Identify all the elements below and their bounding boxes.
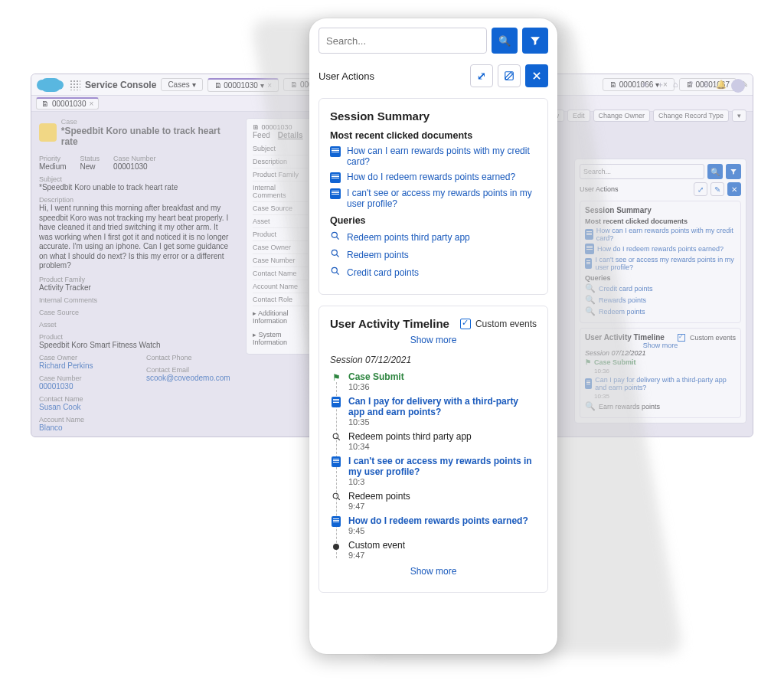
document-icon xyxy=(330,188,341,199)
mini-filter-button[interactable] xyxy=(726,164,741,179)
case-highlight-panel: Case *Speedbit Koro unable to track hear… xyxy=(31,112,238,431)
close-button[interactable] xyxy=(525,64,548,87)
checkbox-icon xyxy=(460,319,471,329)
document-icon xyxy=(330,397,342,407)
search-input[interactable] xyxy=(318,28,487,54)
custom-events-checkbox[interactable]: Custom events xyxy=(460,319,537,329)
case-number-link[interactable]: 00001030 xyxy=(39,382,123,391)
expand-button[interactable] xyxy=(470,64,493,87)
timeline-item: How do I redeem rewards points earned?9:… xyxy=(330,512,537,537)
timeline-doc-link[interactable]: Can I pay for delivery with a third-part… xyxy=(348,396,537,417)
case-description: Hi, I went running this morning after br… xyxy=(39,204,230,271)
avatar-icon xyxy=(731,79,745,93)
search-icon xyxy=(330,432,342,442)
clicked-docs-header: Most recent clicked documents xyxy=(330,130,537,141)
user-actions-title: User Actions xyxy=(318,70,374,82)
global-header-icons: ★ ＋ ⌂ ? ⚙ 🔔 xyxy=(639,79,745,93)
query-item[interactable]: Redeem points third party app xyxy=(330,231,537,244)
session-summary-title: Session Summary xyxy=(330,110,537,123)
timeline-title: User Activity Timeline xyxy=(330,317,449,330)
home-icon: ⌂ xyxy=(670,79,681,90)
mini-expand-icon[interactable]: ⤢ xyxy=(694,182,707,196)
timeline-item: Can I pay for delivery with a third-part… xyxy=(330,393,537,428)
svg-point-2 xyxy=(332,250,337,255)
timeline-doc-link[interactable]: How do I redeem rewards points earned? xyxy=(348,515,528,526)
clicked-doc-link[interactable]: How can I earn rewards points with my cr… xyxy=(330,146,537,167)
gear-icon: ⚙ xyxy=(701,79,711,90)
flag-icon: ⚑ xyxy=(330,372,342,383)
record-type-label: Case xyxy=(61,118,230,126)
timeline-item: Redeem points third party app10:34 xyxy=(330,428,537,453)
document-icon xyxy=(330,516,342,527)
tab-feed[interactable]: Feed xyxy=(253,131,270,139)
mini-custom-events-checkbox[interactable]: Custom events xyxy=(678,334,736,342)
app-name: Service Console xyxy=(85,80,156,90)
clicked-doc-link[interactable]: I can't see or access my rewards points … xyxy=(330,188,537,209)
case-owner-link[interactable]: Richard Perkins xyxy=(39,361,123,370)
change-owner-button[interactable]: Change Owner xyxy=(593,110,651,122)
session-label: Session 07/12/2021 xyxy=(330,355,537,365)
svg-point-3 xyxy=(332,267,337,273)
search-icon xyxy=(330,266,341,279)
show-more-top[interactable]: Show more xyxy=(330,330,537,350)
timeline-item: I can't see or access my rewards points … xyxy=(330,453,537,488)
search-icon xyxy=(330,248,341,261)
query-item[interactable]: Redeem points xyxy=(330,248,537,261)
user-activity-timeline-card: User Activity Timeline Custom events Sho… xyxy=(318,306,548,593)
funnel-icon xyxy=(529,34,541,47)
nav-cases[interactable]: Cases ▾ xyxy=(161,78,202,91)
mini-search-button[interactable]: 🔍 xyxy=(707,164,723,179)
star-icon: ★ xyxy=(639,79,650,90)
user-actions-popup: User Actions Session Summary Most recent… xyxy=(309,18,557,654)
app-launcher-icon[interactable] xyxy=(70,80,80,90)
timeline-item: Redeem points9:47 xyxy=(330,488,537,512)
plus-icon: ＋ xyxy=(655,79,665,90)
timeline-list: ⚑ Case Submit10:36 Can I pay for deliver… xyxy=(330,368,537,561)
svg-point-5 xyxy=(333,493,338,499)
svg-point-1 xyxy=(332,232,337,237)
mini-close-icon[interactable]: ✕ xyxy=(727,182,741,196)
show-more-bottom[interactable]: Show more xyxy=(330,561,537,581)
mini-edit-icon[interactable]: ✎ xyxy=(710,182,724,196)
search-icon xyxy=(330,492,342,502)
mini-session-summary-title: Session Summary xyxy=(585,206,736,214)
bell-icon: 🔔 xyxy=(716,79,727,90)
edit-button[interactable] xyxy=(498,64,521,87)
filter-button[interactable] xyxy=(522,28,548,54)
more-actions-button[interactable]: ▾ xyxy=(732,110,746,122)
change-record-type-button[interactable]: Change Record Type xyxy=(653,110,729,122)
subtab-1[interactable]: 🗎 00001030 × xyxy=(36,97,99,110)
queries-header: Queries xyxy=(330,215,537,226)
svg-point-4 xyxy=(333,433,338,439)
session-summary-card: Session Summary Most recent clicked docu… xyxy=(318,98,548,295)
document-icon xyxy=(330,456,342,467)
salesforce-logo-icon xyxy=(41,78,60,92)
contact-name-link[interactable]: Susan Cook xyxy=(39,403,123,411)
expand-icon xyxy=(477,70,486,82)
document-icon xyxy=(330,172,341,183)
edit-icon xyxy=(504,70,514,81)
contact-email-link[interactable]: scook@coveodemo.com xyxy=(146,374,230,382)
search-icon xyxy=(330,231,341,244)
search-button[interactable] xyxy=(492,28,518,54)
close-icon xyxy=(531,70,542,81)
timeline-item: ⚑ Case Submit10:36 xyxy=(330,368,537,393)
case-title: *Speedbit Koro unable to track heart rat… xyxy=(61,126,230,147)
document-icon xyxy=(330,146,341,157)
timeline-doc-link[interactable]: I can't see or access my rewards points … xyxy=(348,456,537,477)
event-dot-icon xyxy=(330,541,342,550)
clicked-doc-link[interactable]: How do I redeem rewards points earned? xyxy=(330,172,537,183)
account-name-link[interactable]: Blanco xyxy=(39,423,123,432)
case-icon xyxy=(39,123,57,142)
search-icon xyxy=(498,35,511,47)
query-item[interactable]: Credit card points xyxy=(330,266,537,279)
timeline-item: Custom event9:47 xyxy=(330,537,537,561)
question-icon: ? xyxy=(685,79,696,90)
